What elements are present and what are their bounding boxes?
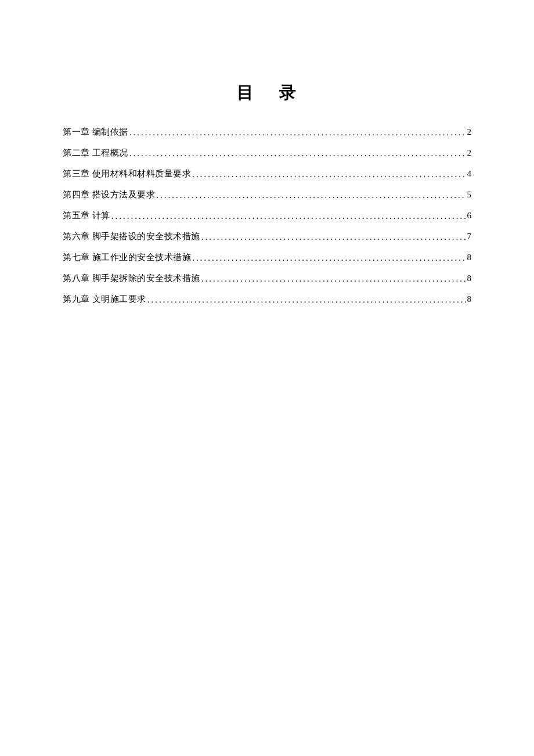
toc-entry-label: 第一章 编制依据	[63, 128, 128, 136]
toc-leader-dots	[155, 191, 466, 200]
toc-entry: 第七章 施工作业的安全技术措施 8	[63, 253, 471, 262]
toc-entry-label: 第三章 使用材料和材料质量要求	[63, 170, 191, 178]
toc-entry: 第五章 计算 6	[63, 211, 471, 220]
toc-leader-dots	[146, 296, 466, 304]
table-of-contents: 第一章 编制依据 2 第二章 工程概况 2 第三章 使用材料和材料质量要求 4 …	[63, 128, 471, 304]
toc-entry: 第一章 编制依据 2	[63, 128, 471, 136]
title-char-1: 目	[237, 83, 255, 102]
toc-entry-page: 8	[466, 274, 472, 283]
toc-leader-dots	[191, 170, 466, 179]
toc-leader-dots	[200, 275, 466, 283]
toc-entry-label: 第六章 脚手架搭设的安全技术措施	[63, 232, 200, 241]
toc-entry: 第九章 文明施工要求 8	[63, 295, 471, 304]
toc-entry-label: 第二章 工程概况	[63, 149, 128, 157]
toc-entry: 第三章 使用材料和材料质量要求 4	[63, 170, 471, 178]
toc-entry-page: 5	[466, 190, 472, 199]
toc-entry: 第六章 脚手架搭设的安全技术措施 7	[63, 232, 471, 241]
toc-entry-page: 7	[466, 232, 472, 241]
toc-entry-page: 6	[466, 211, 472, 220]
toc-entry-label: 第八章 脚手架拆除的安全技术措施	[63, 274, 200, 283]
toc-leader-dots	[191, 254, 466, 262]
toc-entry-label: 第九章 文明施工要求	[63, 295, 146, 304]
toc-entry-label: 第七章 施工作业的安全技术措施	[63, 253, 191, 262]
toc-entry-page: 2	[466, 149, 472, 157]
toc-leader-dots	[128, 149, 466, 158]
toc-entry-page: 8	[466, 295, 472, 304]
toc-entry-page: 8	[466, 253, 472, 262]
toc-entry: 第八章 脚手架拆除的安全技术措施 8	[63, 274, 471, 283]
toc-leader-dots	[128, 128, 466, 137]
toc-entry-page: 4	[466, 170, 472, 178]
toc-entry: 第四章 搭设方法及要求 5	[63, 190, 471, 199]
toc-entry-label: 第四章 搭设方法及要求	[63, 190, 155, 199]
page-title: 目录	[63, 81, 471, 105]
toc-entry-label: 第五章 计算	[63, 211, 110, 220]
toc-leader-dots	[110, 212, 466, 221]
title-char-2: 录	[279, 83, 297, 102]
toc-entry-page: 2	[466, 128, 472, 136]
toc-entry: 第二章 工程概况 2	[63, 149, 471, 157]
toc-leader-dots	[200, 233, 466, 242]
